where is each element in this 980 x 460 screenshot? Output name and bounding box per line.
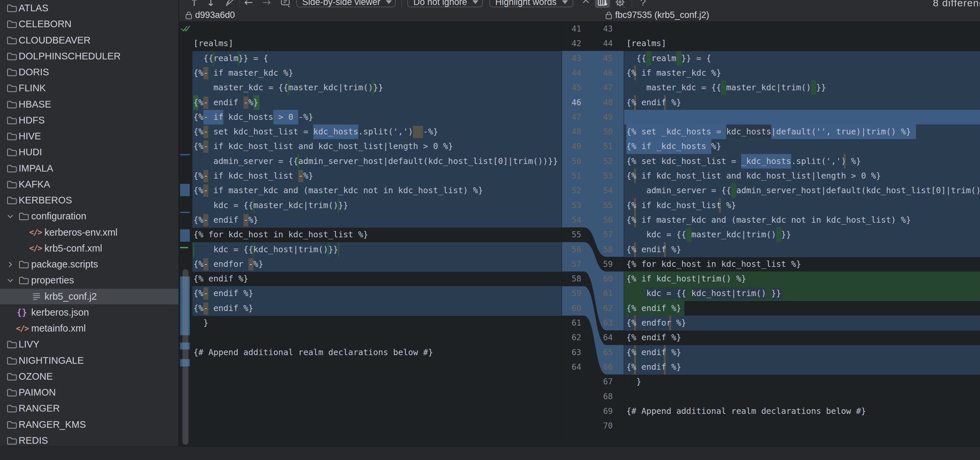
diff-left-editor[interactable]: [realms] {{realm}} = {{%- if master_kdc … (192, 21, 562, 446)
code-line[interactable]: {%- if kdc_host_list and kdc_host_list|l… (192, 139, 562, 154)
code-line[interactable]: kdc = {{master_kdc|trim()}} (192, 198, 562, 213)
chevron-right-icon[interactable] (6, 260, 14, 269)
code-line[interactable]: admin_server = {{ admin_server_host|defa… (624, 183, 980, 198)
code-line[interactable] (624, 389, 980, 404)
tree-item-metainfo-xml[interactable]: </>metainfo.xml (0, 321, 178, 336)
help-icon[interactable]: ? (640, 0, 646, 8)
chevron-down-icon[interactable] (6, 212, 14, 221)
tree-item-kerberos-env-xml[interactable]: </>kerberos-env.xml (0, 225, 178, 240)
code-line[interactable]: {% if kdc_host|trim() %} (624, 272, 980, 287)
code-line[interactable]: master_kdc = {{master_kdc|trim()}} (192, 80, 562, 95)
tree-item-kafka[interactable]: KAFKA (0, 177, 178, 192)
code-line[interactable]: {% if master_kdc %} (624, 66, 980, 81)
code-line[interactable] (192, 360, 562, 375)
tree-item-nightingale[interactable]: NIGHTINGALE (0, 353, 178, 368)
code-line[interactable]: {%- endfor -%} (192, 257, 562, 272)
left-editor-scrollbar[interactable] (183, 269, 188, 445)
code-line[interactable]: {%- endif -%} (192, 213, 562, 228)
tree-item-krb5-conf-j2[interactable]: krb5_conf.j2 (0, 289, 178, 304)
code-line[interactable]: {% endfor %} (624, 316, 980, 331)
code-line[interactable]: [realms] (624, 36, 980, 51)
tree-item-hudi[interactable]: HUDI (0, 144, 178, 160)
code-line[interactable]: {% endif %} (624, 345, 980, 360)
highlight-mode-dropdown[interactable]: Highlight words (489, 0, 573, 7)
viewer-mode-dropdown[interactable]: Side-by-side viewer (296, 0, 396, 7)
tree-item-dolphinscheduler[interactable]: DOLPHINSCHEDULER (0, 48, 178, 64)
code-line[interactable]: {% if kdc_host_list %} (624, 198, 980, 213)
code-line[interactable]: } (192, 316, 562, 331)
code-line[interactable]: {%- set kdc_host_list = kdc_hosts.split(… (192, 124, 562, 139)
tree-item-configuration[interactable]: configuration (0, 209, 178, 224)
code-line[interactable]: } (624, 374, 980, 389)
code-line[interactable]: {%- endif %} (192, 286, 562, 301)
tree-item-atlas[interactable]: ATLAS (0, 0, 178, 16)
collapse-icon[interactable] (581, 0, 590, 6)
code-line[interactable]: {% endif %} (192, 272, 562, 287)
code-line[interactable]: {% if _kdc_hosts %} (624, 139, 980, 154)
tree-item-kerberos[interactable]: KERBEROS (0, 193, 178, 208)
tree-item-ranger-kms[interactable]: RANGER_KMS (0, 417, 178, 433)
tree-item-kerberos-json[interactable]: {}kerberos.json (0, 305, 178, 320)
next-difference-icon[interactable]: ↓ (206, 0, 215, 9)
code-line[interactable]: {% endif %} (624, 360, 980, 375)
tree-item-flink[interactable]: FLINK (0, 80, 178, 96)
tree-item-package-scripts[interactable]: package.scripts (0, 256, 178, 272)
whitespace-ignore-dropdown[interactable]: Do not ignore (407, 0, 483, 7)
code-line[interactable]: [realms] (192, 36, 562, 51)
code-line[interactable]: {%- if master_kdc and (master_kdc not in… (192, 183, 562, 198)
tree-item-cloudbeaver[interactable]: CLOUDBEAVER (0, 32, 178, 48)
code-line[interactable]: kdc = {{ kdc_host|trim() }} (624, 286, 980, 301)
code-line[interactable]: master_kdc = {{ master_kdc|trim() }} (624, 80, 980, 95)
back-icon[interactable]: ← (244, 0, 253, 9)
code-line[interactable] (192, 22, 562, 37)
code-line[interactable]: {# Append additional realm declarations … (192, 345, 562, 360)
chevron-down-icon[interactable] (6, 276, 14, 285)
code-line[interactable]: {{realm}} = { (192, 51, 562, 66)
code-line[interactable]: {% for kdc_host in kdc_host_list %} (192, 228, 562, 242)
code-line[interactable]: {% endif %} (624, 330, 980, 345)
settings-gear-icon[interactable] (614, 0, 626, 8)
code-line[interactable] (624, 110, 980, 125)
tree-item-livy[interactable]: LIVY (0, 337, 178, 352)
tree-item-hbase[interactable]: HBASE (0, 97, 178, 112)
tree-item-ozone[interactable]: OZONE (0, 369, 178, 384)
tree-item-redis[interactable]: REDIS (0, 433, 178, 446)
code-line[interactable] (192, 374, 562, 389)
code-line[interactable]: admin_server = {{admin_server_host|defau… (192, 154, 562, 169)
code-line[interactable] (192, 404, 562, 419)
tree-item-hive[interactable]: HIVE (0, 129, 178, 144)
code-line[interactable] (192, 419, 562, 433)
diff-right-editor[interactable]: [realms] {{ realm }} = {{% if master_kdc… (624, 21, 980, 446)
code-line[interactable]: {% endif %} (624, 242, 980, 257)
code-line[interactable]: {% set kdc_host_list = _kdc_hosts.split(… (624, 154, 980, 169)
code-line[interactable]: kdc = {{ master_kdc|trim() }} (624, 228, 980, 242)
code-line[interactable]: {% set _kdc_hosts = kdc_hosts|default(''… (624, 124, 980, 139)
tree-item-properties[interactable]: properties (0, 272, 178, 288)
code-line[interactable]: {% if master_kdc and (master_kdc not in … (624, 213, 980, 228)
code-line[interactable]: {%- if kdc_host_list -%} (192, 169, 562, 183)
tree-item-ranger[interactable]: RANGER (0, 401, 178, 416)
code-line[interactable] (624, 419, 980, 433)
code-line[interactable]: {% if kdc_host_list and kdc_host_list|le… (624, 169, 980, 183)
forward-icon[interactable]: → (262, 0, 271, 9)
tree-item-celeborn[interactable]: CELEBORN (0, 16, 178, 32)
code-line[interactable]: {%- endif -%} (192, 95, 562, 110)
tree-item-impala[interactable]: IMPALA (0, 161, 178, 176)
code-line[interactable]: {%- if kdc_hosts > 0 -%} (192, 110, 562, 125)
code-line[interactable]: {%- endif %} (192, 301, 562, 316)
code-line[interactable]: {% endif %} (624, 95, 980, 110)
tree-item-hdfs[interactable]: HDFS (0, 113, 178, 128)
code-line[interactable]: {{ realm }} = { (624, 51, 980, 66)
code-line[interactable] (192, 389, 562, 404)
edit-icon[interactable] (224, 0, 235, 6)
tree-item-krb5-conf-xml[interactable]: </>krb5-conf.xml (0, 240, 178, 256)
code-line[interactable]: kdc = {{kdc_host|trim()}} (192, 242, 562, 257)
changes-list-icon[interactable] (280, 0, 291, 7)
code-line[interactable] (192, 330, 562, 345)
code-line[interactable]: {# Append additional realm declarations … (624, 404, 980, 419)
code-line[interactable] (624, 22, 980, 37)
code-line[interactable]: {% endif %} (624, 301, 980, 316)
tree-item-doris[interactable]: DORIS (0, 64, 178, 80)
prev-difference-icon[interactable]: ↑ (190, 0, 199, 9)
code-line[interactable]: {%- if master_kdc %} (192, 66, 562, 81)
